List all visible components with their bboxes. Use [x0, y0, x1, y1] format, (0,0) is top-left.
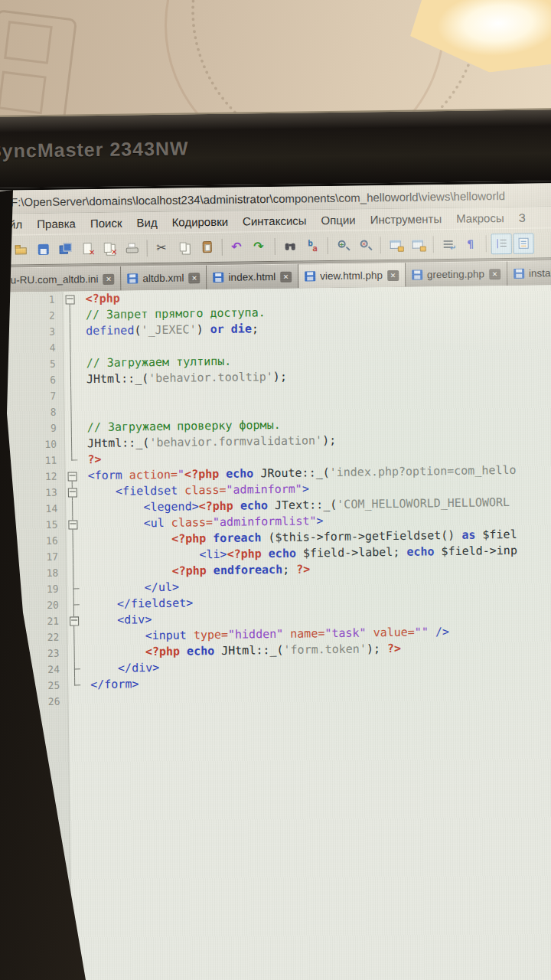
- menu-item-view[interactable]: Вид: [136, 216, 157, 229]
- line-number: 8: [7, 404, 64, 421]
- close-all-button[interactable]: [99, 238, 120, 259]
- line-number: 22: [10, 629, 67, 646]
- monitor-brand-label: SyncMaster 2343NW: [0, 137, 189, 162]
- fold-line: [70, 339, 70, 355]
- fold-margin-cell: [67, 645, 83, 661]
- fold-margin-cell: [64, 436, 80, 452]
- close-file-button[interactable]: [77, 239, 98, 260]
- open-file-button[interactable]: [11, 240, 31, 260]
- menu-item-search[interactable]: Поиск: [90, 217, 122, 230]
- fold-toggle-icon[interactable]: [68, 472, 77, 481]
- fold-line: [73, 629, 74, 645]
- line-number: 17: [9, 549, 66, 566]
- menu-item-tools[interactable]: Инструменты: [370, 212, 442, 226]
- menu-item-macros[interactable]: Макросы: [456, 211, 504, 225]
- tab-close-icon[interactable]: ✕: [188, 273, 200, 283]
- menu-item-encodings[interactable]: Кодировки: [171, 215, 228, 229]
- sync-vertical-scroll-button[interactable]: [386, 234, 406, 255]
- menu-item-syntaxes[interactable]: Синтаксисы: [243, 214, 307, 227]
- menu-item-options[interactable]: Опции: [321, 214, 355, 227]
- menu-item-file[interactable]: Файл: [0, 217, 22, 230]
- saved-file-icon: [305, 271, 315, 281]
- line-number: 4: [6, 340, 63, 357]
- new-file-button[interactable]: [0, 240, 9, 260]
- line-number: 11: [8, 452, 64, 469]
- code-editor[interactable]: 1<?php2// Запрет прямого доступа.3define…: [0, 285, 551, 980]
- tab-install[interactable]: install: [507, 260, 551, 286]
- line-number: 25: [11, 678, 67, 694]
- show-all-characters-icon: [463, 236, 478, 251]
- fold-margin-cell: [66, 564, 81, 580]
- line-number: 14: [8, 501, 65, 518]
- save-icon: [35, 242, 51, 257]
- tab-close-icon[interactable]: ✕: [387, 270, 399, 280]
- tab-close-icon[interactable]: ✕: [489, 269, 500, 279]
- print-button[interactable]: [122, 238, 142, 259]
- line-number: 16: [9, 533, 66, 550]
- save-all-button[interactable]: [55, 239, 76, 260]
- fold-toggle-icon[interactable]: [68, 520, 77, 529]
- open-folder-icon: [13, 242, 28, 257]
- line-number: 19: [9, 581, 66, 598]
- cut-button[interactable]: [152, 237, 173, 258]
- tab-label: index.html: [228, 271, 276, 283]
- fold-toggle-icon[interactable]: [70, 616, 79, 626]
- line-number: 21: [10, 613, 67, 630]
- toolbar-separator: [147, 240, 148, 256]
- tab-index-html[interactable]: index.html✕: [207, 264, 298, 290]
- tab-close-icon[interactable]: ✕: [280, 271, 292, 282]
- fold-end-tick: [74, 684, 80, 685]
- monitor: SyncMaster 2343NW F:\OpenServer\domains\…: [0, 108, 551, 980]
- find-button[interactable]: [280, 236, 301, 256]
- window-title: F:\OpenServer\domains\localhost234\admin…: [11, 189, 505, 208]
- fold-margin-cell: [64, 403, 79, 420]
- line-number: 2: [6, 308, 63, 325]
- fold-toggle-icon[interactable]: [68, 488, 77, 497]
- show-all-characters-button[interactable]: [461, 234, 481, 254]
- tab-ru-ru-com-altdb-ini[interactable]: ru-RU.com_altdb.ini✕: [0, 266, 122, 292]
- undo-button[interactable]: [227, 237, 248, 257]
- toolbar-separator: [380, 237, 381, 253]
- tab-close-icon[interactable]: ✕: [103, 273, 114, 284]
- function-list-button[interactable]: [514, 233, 534, 253]
- menu-item-run-truncated[interactable]: З: [519, 211, 526, 224]
- save-all-icon: [57, 241, 73, 256]
- fold-toggle-icon[interactable]: [66, 295, 75, 304]
- line-number: 6: [7, 372, 64, 389]
- fold-margin-cell: [67, 629, 82, 645]
- menu-item-edit[interactable]: Правка: [37, 217, 76, 230]
- toolbar-separator: [433, 236, 434, 253]
- monitor-screen: F:\OpenServer\domains\localhost234\admin…: [0, 181, 551, 980]
- sync-horizontal-scroll-icon: [410, 237, 425, 252]
- fold-margin-cell: [66, 580, 81, 596]
- fold-line: [70, 307, 70, 323]
- saved-file-icon: [213, 273, 223, 283]
- tab-altdb-xml[interactable]: altdb.xml✕: [121, 265, 207, 290]
- cut-icon: [155, 240, 170, 256]
- line-number: 7: [7, 388, 64, 405]
- tab-view-html-php[interactable]: view.html.php✕: [298, 263, 406, 289]
- sync-horizontal-scroll-button[interactable]: [408, 234, 429, 255]
- copy-button[interactable]: [174, 237, 195, 258]
- tab-greeting-php[interactable]: greeting.php✕: [406, 261, 507, 287]
- show-indent-guide-icon: [494, 236, 509, 251]
- fold-margin-cell: [63, 323, 78, 339]
- replace-button[interactable]: [302, 236, 323, 256]
- fold-line: [73, 548, 73, 564]
- fold-line: [74, 645, 75, 661]
- fold-margin-cell: [64, 468, 80, 484]
- line-number: 23: [11, 645, 67, 662]
- zoom-out-button[interactable]: [355, 235, 376, 256]
- fold-line: [70, 387, 71, 403]
- paste-button[interactable]: [197, 237, 217, 257]
- zoom-in-button[interactable]: [333, 235, 354, 256]
- line-number: 10: [8, 436, 64, 453]
- fold-margin-cell: [64, 371, 79, 387]
- word-wrap-button[interactable]: [439, 234, 459, 254]
- word-wrap-icon: [441, 237, 456, 252]
- show-indent-guide-button[interactable]: [491, 233, 512, 253]
- redo-button[interactable]: [249, 237, 270, 257]
- line-number: 26: [11, 694, 67, 710]
- save-button[interactable]: [33, 239, 54, 260]
- fold-end-tick: [71, 459, 77, 460]
